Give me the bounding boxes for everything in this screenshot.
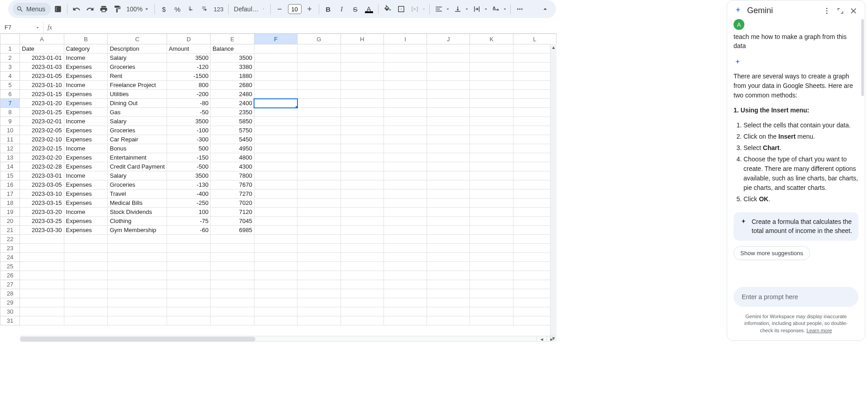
cell[interactable]	[340, 44, 384, 53]
cell[interactable]	[297, 117, 340, 126]
cell[interactable]: Expenses	[64, 162, 108, 171]
cell[interactable]: 3500	[167, 171, 211, 180]
cell[interactable]	[20, 298, 64, 307]
cell[interactable]	[384, 262, 427, 271]
cell[interactable]	[384, 226, 427, 235]
row-header[interactable]: 23	[0, 244, 20, 253]
cell[interactable]: 2023-03-20	[20, 208, 64, 217]
cell[interactable]	[384, 289, 427, 298]
decrease-font-button[interactable]: −	[273, 3, 286, 15]
row-header[interactable]: 26	[0, 271, 20, 280]
cell[interactable]	[297, 189, 340, 199]
cell[interactable]: 4800	[211, 153, 254, 162]
cell[interactable]	[427, 199, 470, 208]
cell[interactable]	[167, 253, 211, 262]
cell[interactable]	[108, 244, 167, 253]
cell[interactable]	[470, 117, 513, 126]
cell[interactable]: 4950	[211, 144, 254, 153]
gemini-prompt-input[interactable]: Enter a prompt here	[734, 287, 858, 307]
cell[interactable]	[470, 199, 513, 208]
cell[interactable]	[167, 280, 211, 289]
zoom-control[interactable]: 100%	[125, 5, 152, 13]
cell[interactable]	[340, 226, 384, 235]
cell[interactable]	[167, 271, 211, 280]
row-header[interactable]: 14	[0, 162, 20, 171]
cell[interactable]	[297, 153, 340, 162]
cell[interactable]	[384, 63, 427, 72]
cell[interactable]: 3500	[167, 53, 211, 63]
more-toolbar-button[interactable]	[513, 3, 526, 15]
row-header[interactable]: 22	[0, 235, 20, 244]
row-header[interactable]: 6	[0, 90, 20, 99]
cell[interactable]: Expenses	[64, 217, 108, 226]
cell[interactable]: -500	[167, 162, 211, 171]
cell[interactable]	[297, 44, 340, 53]
cell[interactable]: 100	[167, 208, 211, 217]
text-rotation-button[interactable]	[489, 3, 502, 15]
cell[interactable]	[297, 298, 340, 307]
cell[interactable]: Expenses	[64, 226, 108, 235]
cell[interactable]	[254, 53, 297, 63]
sheet-prev-icon[interactable]: ◄	[537, 336, 547, 342]
cell[interactable]: Credit Card Payment	[108, 162, 167, 171]
cell[interactable]	[340, 289, 384, 298]
cell[interactable]	[297, 90, 340, 99]
grid-vertical-scrollbar[interactable]: ▲ ▼	[550, 44, 556, 342]
row-header[interactable]: 31	[0, 316, 20, 325]
percent-button[interactable]: %	[171, 3, 184, 15]
cell[interactable]	[254, 117, 297, 126]
borders-button[interactable]	[395, 3, 408, 15]
cell[interactable]	[470, 53, 513, 63]
cell[interactable]: 7120	[211, 208, 254, 217]
cell[interactable]	[340, 126, 384, 135]
cell[interactable]	[427, 280, 470, 289]
cell[interactable]	[254, 108, 297, 117]
cell[interactable]	[297, 81, 340, 90]
cell[interactable]: -150	[167, 153, 211, 162]
cell[interactable]: Salary	[108, 171, 167, 180]
cell[interactable]	[108, 289, 167, 298]
row-header[interactable]: 15	[0, 171, 20, 180]
cell[interactable]: Groceries	[108, 63, 167, 72]
cell[interactable]: Clothing	[108, 217, 167, 226]
cell[interactable]: 5750	[211, 126, 254, 135]
cell[interactable]	[340, 162, 384, 171]
cell[interactable]	[470, 271, 513, 280]
cell[interactable]	[340, 180, 384, 189]
cell[interactable]	[254, 244, 297, 253]
cell[interactable]	[254, 44, 297, 53]
cell[interactable]	[64, 280, 108, 289]
formula-input[interactable]	[56, 22, 556, 33]
cell[interactable]: 2023-01-15	[20, 90, 64, 99]
cell[interactable]	[340, 307, 384, 316]
increase-decimal-button[interactable]: .00	[198, 3, 211, 15]
cell[interactable]: Expenses	[64, 126, 108, 135]
cell[interactable]: Rent	[108, 72, 167, 81]
cell[interactable]	[297, 217, 340, 226]
cell[interactable]	[254, 189, 297, 199]
cell[interactable]: Entertainment	[108, 153, 167, 162]
cell[interactable]	[167, 307, 211, 316]
row-header[interactable]: 3	[0, 63, 20, 72]
cell[interactable]	[254, 307, 297, 316]
collapse-toolbar-button[interactable]	[541, 5, 550, 14]
cell[interactable]	[340, 72, 384, 81]
cell[interactable]	[254, 90, 297, 99]
cell[interactable]	[254, 226, 297, 235]
cell[interactable]: Income	[64, 171, 108, 180]
cell[interactable]	[254, 289, 297, 298]
cell[interactable]	[427, 126, 470, 135]
cell[interactable]: 6985	[211, 226, 254, 235]
increase-font-button[interactable]: +	[303, 3, 316, 15]
cell[interactable]	[427, 72, 470, 81]
spreadsheet-grid[interactable]: ABCDEFGHIJKL1DateCategoryDescriptionAmou…	[0, 34, 556, 342]
cell[interactable]	[20, 307, 64, 316]
font-size-input[interactable]	[288, 4, 302, 14]
select-all-corner[interactable]	[0, 34, 20, 44]
cell[interactable]: Bonus	[108, 144, 167, 153]
cell[interactable]: 2400	[211, 99, 254, 108]
cell[interactable]	[384, 208, 427, 217]
row-header[interactable]: 29	[0, 298, 20, 307]
cell[interactable]	[470, 162, 513, 171]
cell[interactable]	[297, 108, 340, 117]
